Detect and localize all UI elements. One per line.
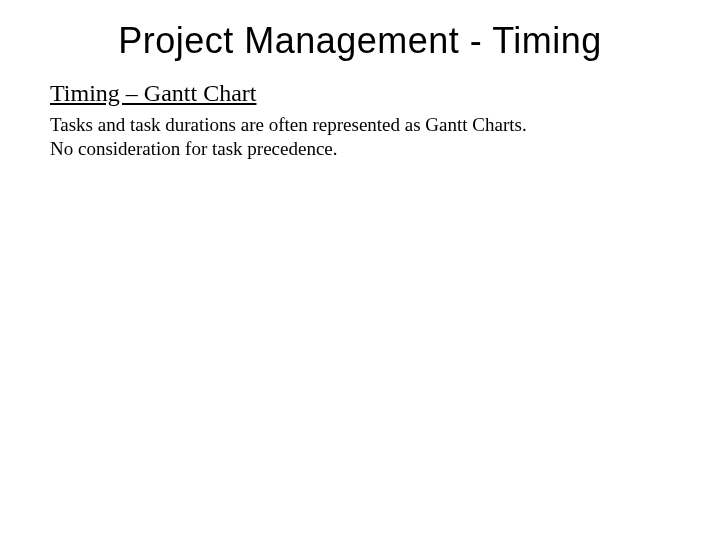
slide-title: Project Management - Timing bbox=[50, 20, 670, 62]
slide-subtitle: Timing – Gantt Chart bbox=[50, 80, 670, 107]
body-line-2: No consideration for task precedence. bbox=[50, 137, 670, 161]
body-line-1: Tasks and task durations are often repre… bbox=[50, 113, 670, 137]
